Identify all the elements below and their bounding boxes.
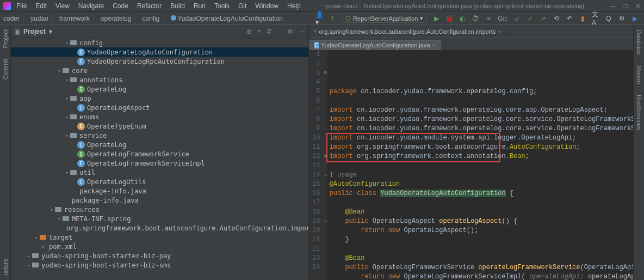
code-line[interactable]: return new OperateLogAspect(); (330, 226, 633, 235)
run-icon[interactable]: ▶ (432, 15, 440, 22)
tree-row[interactable]: org.springframework.boot.autoconfigure.A… (11, 223, 308, 233)
expand-arrow-icon[interactable]: ▾ (64, 40, 70, 46)
close-tab-icon[interactable]: × (432, 42, 436, 48)
tree-row[interactable]: COperateLogUtils (11, 177, 308, 186)
gutter-icon[interactable]: ↘ (324, 217, 326, 226)
toolwindow-maven[interactable]: Maven (636, 66, 642, 84)
collapse-icon[interactable]: ⇵ (267, 28, 272, 35)
code-line[interactable] (330, 245, 633, 254)
git-push-icon[interactable]: ↗ (540, 15, 547, 22)
code-line[interactable]: package cn.iocoder.yudao.framework.opera… (330, 87, 633, 96)
expand-arrow-icon[interactable]: ▸ (26, 263, 32, 268)
coverage-icon[interactable]: ◐ (459, 15, 466, 22)
code-line[interactable]: import cn.iocoder.yudao.framework.operat… (330, 115, 633, 124)
code-line[interactable]: @Bean (330, 208, 633, 217)
expand-arrow-icon[interactable]: ▾ (49, 207, 54, 212)
breadcrumb-item[interactable]: YudaoOperateLogAutoConfiguration (170, 15, 284, 22)
menu-code[interactable]: Code (109, 1, 132, 11)
git-commit-icon[interactable]: ✓ (527, 15, 534, 22)
code-line[interactable] (330, 161, 633, 171)
expand-arrow-icon[interactable]: ▾ (64, 170, 70, 175)
menu-view[interactable]: View (52, 1, 73, 11)
code-line[interactable]: import cn.iocoder.yudao.framework.operat… (330, 106, 633, 115)
tree-row[interactable]: ▸yudao-spring-boot-starter-biz-pay (11, 251, 308, 260)
project-label[interactable]: Project (23, 28, 46, 35)
code-line[interactable]: @AutoConfiguration (330, 180, 633, 189)
profiler-icon[interactable]: ▮ (579, 15, 586, 22)
translate-icon[interactable]: 文A (592, 15, 599, 22)
tree-row[interactable]: IOperateLog (11, 84, 308, 94)
tree-row[interactable]: ▾config (11, 38, 308, 47)
fold-icon[interactable]: ⊟ (324, 69, 326, 78)
code-line[interactable]: import org.springframework.boot.autoconf… (330, 143, 633, 152)
expand-arrow-icon[interactable]: ▸ (26, 253, 32, 259)
locate-icon[interactable]: ⊕ (246, 28, 252, 35)
git-pull-icon[interactable]: ↙ (513, 15, 521, 22)
code-line[interactable]: 1 usage (330, 171, 633, 180)
expand-arrow-icon[interactable]: ▸ (34, 235, 39, 240)
tree-row[interactable]: COperateLogAspect (11, 103, 308, 112)
profile-icon[interactable]: ⏱ (472, 15, 479, 22)
code-line[interactable] (330, 198, 633, 208)
stop-icon[interactable]: ■ (485, 15, 492, 22)
breadcrumb-item[interactable]: coder (2, 15, 21, 22)
chevron-down-icon[interactable]: ▾ (49, 28, 52, 35)
code-line[interactable]: import org.springframework.context.annot… (330, 152, 633, 161)
breadcrumb-item[interactable]: operatelog (100, 15, 133, 22)
search-icon[interactable]: Q (605, 15, 612, 22)
code-line[interactable]: import cn.iocoder.yudao.module.system.ap… (330, 133, 633, 143)
tree-row[interactable]: COperateLogFrameworkServiceImpl (11, 159, 308, 168)
menu-window[interactable]: Window (252, 1, 282, 11)
tree-row[interactable]: ▾annotations (11, 75, 308, 84)
code-line[interactable]: return new OperateLogFrameworkServiceImp… (330, 272, 633, 280)
code-line[interactable]: @Bean (330, 254, 633, 263)
toolwindow-restservices[interactable]: RestServices (636, 95, 642, 130)
code-line[interactable]: } (330, 235, 633, 245)
tree-row[interactable]: ▾util (11, 168, 308, 177)
tree-row[interactable]: package-info.java (11, 196, 308, 205)
breadcrumb-item[interactable]: config (141, 15, 160, 22)
toolwindow-database[interactable]: Database (636, 29, 642, 55)
rollback-icon[interactable]: ↶ (566, 15, 573, 22)
build-icon[interactable]: ⤒ (329, 15, 336, 22)
tree-row[interactable]: ▾resources (11, 205, 308, 214)
play-icon[interactable]: ▶ (631, 15, 639, 22)
expand-arrow-icon[interactable]: ▾ (57, 68, 62, 74)
expand-arrow-icon[interactable]: ▾ (64, 114, 70, 120)
menu-navigate[interactable]: Navigate (75, 1, 107, 11)
tree-row[interactable]: CYudaoOperateLogRpcAutoConfiguration (11, 57, 308, 66)
tree-row[interactable]: COperateLog (11, 140, 308, 149)
run-config-select[interactable]: ⬡ ReportServerApplication ▾ (342, 14, 427, 23)
tree-row[interactable]: ▾core (11, 66, 308, 75)
code-line[interactable]: public OperateLogAspect operateLogAspect… (330, 217, 633, 226)
expand-icon[interactable]: ≡ (257, 28, 261, 35)
editor-tab-imports[interactable]: ≡ org.springframework.boot.autoconfigure… (309, 26, 506, 38)
menu-help[interactable]: Help (284, 1, 304, 11)
code-editor[interactable]: 123456789101112131415161718192021222324 … (309, 50, 633, 280)
code-line[interactable]: import cn.iocoder.yudao.framework.operat… (330, 124, 633, 133)
project-tree[interactable]: ▾configCYudaoOperateLogAutoConfiguration… (11, 38, 308, 280)
breadcrumb-item[interactable]: framework (58, 15, 91, 22)
expand-arrow-icon[interactable]: ▾ (64, 96, 70, 101)
maximize-icon[interactable]: □ (624, 2, 628, 10)
code-line[interactable]: public OperateLogFrameworkService operat… (330, 263, 633, 272)
tree-row[interactable]: ▸target (11, 233, 308, 242)
file-subtab-active[interactable]: C YudaoOperateLogAutoConfiguration.java … (309, 40, 441, 50)
tree-row[interactable]: package-info.java (11, 186, 308, 196)
settings-icon[interactable]: ⚙ (618, 15, 626, 22)
gutter-icon[interactable]: ● (324, 152, 326, 161)
debug-icon[interactable]: 🐞 (445, 15, 453, 22)
close-tab-icon[interactable]: × (498, 28, 501, 35)
tree-row[interactable]: ▾aop (11, 94, 308, 103)
menu-file[interactable]: File (13, 1, 30, 11)
tree-row[interactable]: IOperateLogFrameworkService (11, 149, 308, 159)
toolwindow-project[interactable]: Project (2, 29, 9, 48)
tree-row[interactable]: mpom.xml (11, 242, 308, 251)
toolwindow-commit[interactable]: Commit (2, 59, 9, 80)
menu-tools[interactable]: Tools (211, 1, 233, 11)
menu-run[interactable]: Run (190, 1, 209, 11)
tree-row[interactable]: EOperateTypeEnum (11, 121, 308, 131)
toolwindow-structure[interactable]: ucture (2, 259, 9, 276)
close-icon[interactable]: ✕ (635, 2, 641, 10)
code-line[interactable] (330, 96, 633, 106)
